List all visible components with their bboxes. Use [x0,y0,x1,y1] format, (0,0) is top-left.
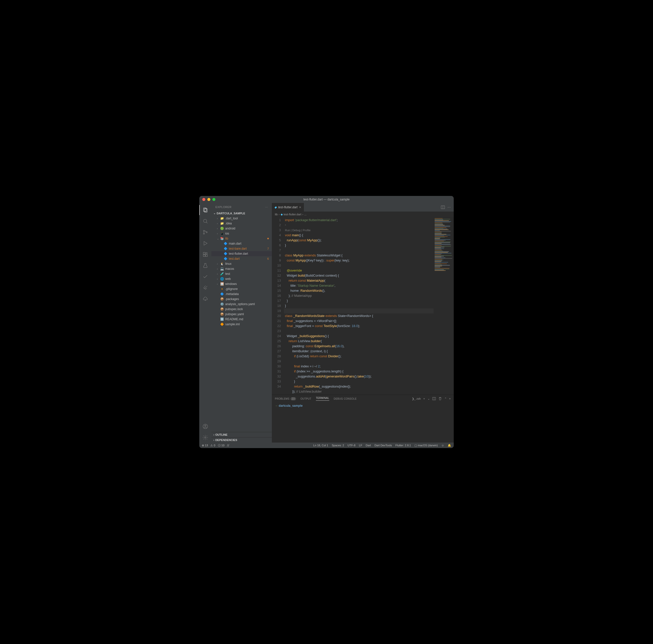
tree-item[interactable]: ⚙️analysis_options.yaml [211,302,272,307]
chevron-down-icon: ⌄ [213,211,216,215]
tree-item[interactable]: ›🌐web [211,276,272,281]
chevron-down-icon[interactable]: ⌄ [428,397,430,400]
tree-item[interactable]: 🔷main.dart [211,241,272,246]
svg-point-4 [203,230,204,231]
extensions-icon[interactable] [199,249,211,259]
split-terminal-icon[interactable] [432,397,436,400]
indentation[interactable]: Spaces: 2 [332,444,344,447]
new-terminal-icon[interactable]: + [423,397,425,400]
close-window-button[interactable] [202,198,205,201]
project-name: DARTCULA_SAMPLE [217,212,245,215]
tree-item[interactable]: 🔶sample.iml [211,322,272,327]
tree-item[interactable]: 🔷.metadata [211,292,272,297]
status-bar: ⊗ 13 ⚠ 0 ⓘ 10 ᛞ Ln 18, Col 1 Spaces: 2 U… [199,442,454,448]
search-icon[interactable] [199,216,211,226]
terminal-content[interactable]: → dartcula_sample [272,402,454,442]
source-control-icon[interactable] [199,227,211,237]
editor-area: 1234567891011121314151617181920212223242… [272,217,454,395]
outline-section[interactable]: › OUTLINE [211,432,272,437]
testing-icon[interactable] [199,260,211,271]
bottom-panel: PROBLEMS23 OUTPUT TERMINAL DEBUG CONSOLE… [272,395,454,442]
tree-item[interactable]: 🔷test.dart6 [211,256,272,261]
tree-item[interactable]: ℹ️README.md [211,317,272,322]
tab-debug-console[interactable]: DEBUG CONSOLE [334,397,357,400]
dart-icon: ◆ [274,206,276,209]
split-editor-icon[interactable] [441,205,445,209]
dependencies-section[interactable]: › DEPENDENCIES [211,437,272,442]
tree-item[interactable]: ›🟢android [211,226,272,231]
titlebar[interactable]: test-flutter.dart — dartcula_sample [199,196,454,203]
svg-rect-9 [203,255,205,256]
tree-item[interactable]: ›🧪test [211,271,272,276]
flutter-icon[interactable] [199,283,211,293]
tree-item[interactable]: ›📁.dart_tool [211,216,272,221]
tree-item[interactable]: ›💻macos [211,266,272,271]
tab-label: test-flutter.dart [278,206,297,209]
editor-tabs: ◆ test-flutter.dart × ··· [272,203,454,211]
svg-point-13 [204,425,206,427]
tab-problems[interactable]: PROBLEMS23 [275,397,296,400]
account-icon[interactable] [199,421,211,432]
maximize-panel-icon[interactable]: ⌃ [444,397,447,400]
tree-item[interactable]: 📦pubspec.yaml [211,312,272,317]
editor-tab[interactable]: ◆ test-flutter.dart × [272,203,304,211]
tree-item[interactable]: ›📁.idea [211,221,272,226]
tree-item[interactable]: ›📱ios [211,231,272,236]
breadcrumb[interactable]: lib › ◆ test-flutter.dart › ... [272,211,454,217]
language-mode[interactable]: Dart [366,444,371,447]
file-tree[interactable]: ›📁.dart_tool›📁.idea›🟢android›📱ios⌄📚lib🔷m… [211,216,272,432]
more-icon[interactable]: ··· [265,206,268,209]
maximize-window-button[interactable] [212,198,215,201]
device-selector[interactable]: ▢ macOS (darwin) [414,444,438,447]
workbench: EXPLORER ··· ⌄ DARTCULA_SAMPLE ›📁.dart_t… [199,203,454,442]
panel-tabs: PROBLEMS23 OUTPUT TERMINAL DEBUG CONSOLE… [272,395,454,402]
trash-icon[interactable] [438,397,442,400]
svg-point-6 [206,232,207,233]
status-warnings[interactable]: ⚠ 0 [210,444,215,447]
tab-output[interactable]: OUTPUT [300,397,311,400]
minimap[interactable] [434,217,454,395]
editor-group: ◆ test-flutter.dart × ··· lib › ◆ test-f… [272,203,454,442]
svg-point-14 [204,437,206,438]
svg-rect-10 [205,255,207,256]
debug-icon[interactable]: ᛞ [227,444,229,447]
svg-rect-11 [206,253,207,254]
tree-item[interactable]: ›🐧linux [211,261,272,266]
tree-item[interactable]: ⌄📚lib [211,236,272,241]
minimize-window-button[interactable] [207,198,210,201]
bell-icon[interactable]: 🔔 [448,444,451,447]
tree-item[interactable]: 📦.packages [211,297,272,302]
flutter-version[interactable]: Flutter: 2.8.1 [395,444,411,447]
activity-bar [199,203,211,442]
sidebar-header: EXPLORER ··· [211,203,272,210]
tab-actions: ··· [441,203,454,211]
tab-terminal[interactable]: TERMINAL [316,397,329,401]
tree-item[interactable]: ›🪟windows [211,281,272,286]
close-panel-icon[interactable]: × [449,397,451,400]
encoding[interactable]: UTF-8 [348,444,356,447]
code-content[interactable]: import 'package:flutter/material.dart';^… [284,217,434,395]
svg-rect-8 [203,252,205,254]
tree-item[interactable]: 📦pubspec.lock [211,307,272,312]
eol[interactable]: LF [359,444,362,447]
explorer-icon[interactable] [199,205,211,215]
shell-selector[interactable]: ❯_ zsh [412,397,421,400]
more-actions-icon[interactable]: ··· [448,205,451,210]
project-section[interactable]: ⌄ DARTCULA_SAMPLE [211,210,272,216]
tree-item[interactable]: 🔷test-bare.dart7 [211,246,272,251]
settings-icon[interactable] [199,433,211,442]
cursor-position[interactable]: Ln 18, Col 1 [313,444,328,447]
dart-devtools[interactable]: Dart DevTools [374,444,392,447]
cloud-icon[interactable] [199,294,211,304]
code-editor[interactable]: 1234567891011121314151617181920212223242… [272,217,434,395]
check-icon[interactable] [199,272,211,282]
feedback-icon[interactable]: ☺ [441,444,444,447]
close-icon[interactable]: × [299,205,301,209]
tree-item[interactable]: 🔸.gitignore [211,286,272,292]
window-title: test-flutter.dart — dartcula_sample [303,198,349,201]
run-debug-icon[interactable] [199,238,211,248]
svg-marker-7 [204,242,207,245]
tree-item[interactable]: 🔷test-flutter.dart [211,251,272,256]
status-info[interactable]: ⓘ 10 [218,443,224,447]
status-errors[interactable]: ⊗ 13 [202,444,208,447]
